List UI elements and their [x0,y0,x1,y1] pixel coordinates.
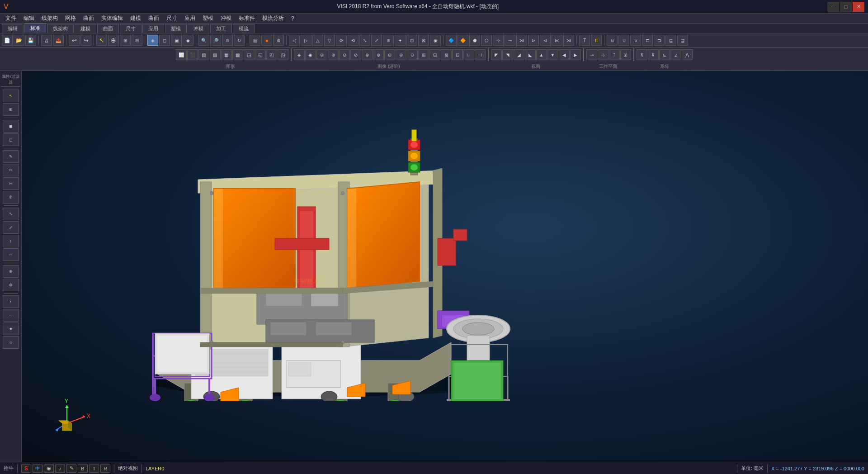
status-icon-mid[interactable]: 中 [33,465,42,473]
img-b17[interactable]: ⊣ [475,49,486,60]
t5[interactable]: ⟳ [336,35,347,46]
menu-help[interactable]: ? [288,14,298,23]
left-btn-select2[interactable]: ⊞ [3,103,19,116]
open-button[interactable] [14,35,24,46]
tab-wireframe[interactable]: 线架构 [47,24,74,33]
img-b15[interactable]: ⊡ [452,49,463,60]
view-b7[interactable]: ◀ [559,49,570,60]
wp-b2[interactable]: ⊹ [598,49,609,60]
left-btn-trans1[interactable]: ⤡ [3,208,19,220]
properties-button[interactable]: ⚙ [273,35,284,46]
shape-b4[interactable]: ▧ [210,49,221,60]
sys-b1[interactable]: ⊼ [637,49,647,60]
minimize-button[interactable]: ─ [827,2,839,12]
t11[interactable]: ⊡ [406,35,417,46]
shape-b7[interactable]: ◲ [244,49,255,60]
shape-b6[interactable]: ▩ [232,49,243,60]
t16[interactable]: ⬟ [469,35,480,46]
img-b11[interactable]: ⊝ [407,49,418,60]
menu-solid-edit[interactable]: 实体编辑 [98,14,127,23]
left-btn-misc2[interactable]: ⋯ [3,309,19,322]
status-icon-circle[interactable]: ◉ [44,465,54,473]
status-layer[interactable]: LAYER0 [146,466,164,471]
left-btn-misc1[interactable]: ⋮ [3,295,19,308]
select4-button[interactable]: ⊟ [132,35,142,46]
tab-stamp[interactable]: 冲模 [188,24,209,33]
view-b5[interactable]: ▲ [536,49,547,60]
menu-wireframe[interactable]: 线架构 [38,14,61,23]
menu-edit[interactable]: 编辑 [20,14,38,23]
t6[interactable]: ⟲ [348,35,359,46]
shape-b1[interactable]: ⬜ [176,49,187,60]
img-b1[interactable]: ◈ [294,49,305,60]
menu-stamp[interactable]: 冲模 [217,14,235,23]
left-btn-edit4[interactable]: ✆ [3,191,19,204]
viewport[interactable]: 技贸商城 X Y [22,71,868,462]
shape-b5[interactable]: ▦ [221,49,232,60]
shape-b8[interactable]: ◱ [255,49,266,60]
sys-b4[interactable]: ⊿ [670,49,681,60]
left-btn-edit2[interactable]: ✂ [3,164,19,176]
layer-button[interactable]: ▤ [250,35,260,46]
t27[interactable]: ⊌ [607,35,618,46]
status-icon-r[interactable]: R [100,465,110,473]
tab-apply[interactable]: 应用 [142,24,164,33]
new-button[interactable] [2,35,13,46]
menu-mesh[interactable]: 网格 [61,14,80,23]
tab-standard[interactable]: 标准 [24,24,46,33]
view-button[interactable]: ◆ [183,35,193,46]
wp-b1[interactable]: ⊸ [586,49,597,60]
tab-flow[interactable]: 模流 [233,24,255,33]
select-button[interactable]: ↖ [96,35,107,46]
img-b12[interactable]: ⊞ [418,49,429,60]
img-b13[interactable]: ⊟ [429,49,440,60]
img-b8[interactable]: ⊕ [373,49,384,60]
sys-b2[interactable]: ⊽ [648,49,659,60]
status-icon-t[interactable]: T [89,465,99,473]
view-b4[interactable]: ◣ [525,49,536,60]
menu-build[interactable]: 建模 [127,14,145,23]
redo-button[interactable] [80,35,91,46]
view-b8[interactable]: ▶ [570,49,581,60]
img-b16[interactable]: ⊢ [463,49,474,60]
hidden-button[interactable]: ▣ [171,35,182,46]
t14[interactable]: 🔷 [446,35,457,46]
status-icon-s[interactable]: S [21,465,31,473]
tab-edit[interactable]: 编辑 [2,24,24,33]
t15[interactable]: 🔶 [458,35,468,46]
t10[interactable]: ✦ [395,35,406,46]
shape-b10[interactable]: ◳ [278,49,288,60]
img-b4[interactable]: ⊚ [328,49,339,60]
t25[interactable]: T [579,35,590,46]
menu-flow[interactable]: 模流分析 [259,14,288,23]
t17[interactable]: ⬠ [481,35,492,46]
left-btn-3d1[interactable]: ◼ [3,120,19,133]
img-b5[interactable]: ⊙ [339,49,350,60]
save-button[interactable] [25,35,36,46]
maximize-button[interactable]: □ [840,2,852,12]
t19[interactable]: ⊸ [505,35,515,46]
t30[interactable]: ⊏ [642,35,653,46]
img-b10[interactable]: ⊜ [396,49,406,60]
sys-b3[interactable]: ⊾ [659,49,670,60]
shading-button[interactable]: ◈ [147,35,158,46]
left-btn-dim1[interactable]: ⊕ [3,265,19,278]
tab-machining[interactable]: 加工 [210,24,232,33]
t23[interactable]: ⋉ [552,35,562,46]
status-icon-pencil[interactable]: ✎ [66,465,76,473]
left-btn-dim2[interactable]: ⊗ [3,279,19,291]
left-btn-trans3[interactable]: ↕ [3,235,19,247]
status-icon-mic[interactable]: ♪ [55,465,65,473]
rotate-button[interactable]: ↻ [234,35,245,46]
select2-button[interactable]: ⊕ [108,35,119,46]
view-b1[interactable]: ◤ [491,49,502,60]
t22[interactable]: ⊲ [540,35,551,46]
img-b14[interactable]: ⊠ [441,49,452,60]
t1[interactable]: ◁ [289,35,300,46]
tab-dim[interactable]: 尺寸 [120,24,142,33]
status-icon-b[interactable]: B [78,465,88,473]
left-btn-edit1[interactable]: ✎ [3,150,19,163]
tab-mold[interactable]: 塑模 [165,24,187,33]
zoom-all-button[interactable]: ⊙ [222,35,233,46]
export-button[interactable]: 📤 [53,35,64,46]
